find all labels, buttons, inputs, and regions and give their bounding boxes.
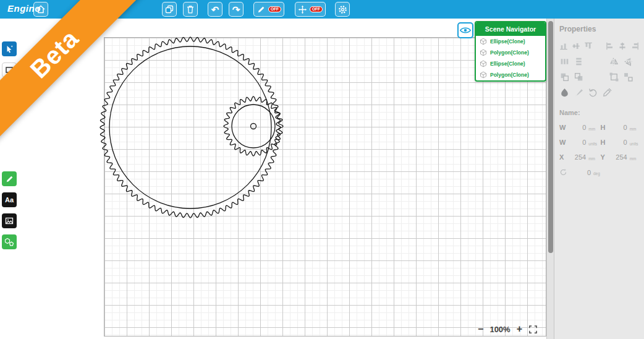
height-units-unit: units	[630, 139, 639, 146]
align-left-icon[interactable]	[606, 41, 614, 51]
cube-icon	[480, 71, 487, 79]
scrollbar-thumb[interactable]	[548, 21, 553, 253]
vertical-scrollbar[interactable]	[546, 19, 554, 339]
pencil-icon	[256, 5, 266, 14]
engino-app-window: { "app": { "logo_text": "Engino", "beta_…	[0, 0, 644, 339]
zoom-out-button[interactable]: −	[478, 324, 483, 334]
align-bottom-icon[interactable]	[559, 41, 568, 51]
gear-teeth-outline[interactable]	[100, 37, 281, 218]
width-label: W	[559, 139, 566, 146]
fill-color-icon[interactable]	[559, 87, 570, 98]
undo-button[interactable]: ↶	[208, 2, 222, 17]
pencil-tool-button[interactable]	[2, 171, 17, 186]
order-group-icon-row	[554, 69, 644, 85]
eyedropper-icon[interactable]	[602, 87, 612, 98]
group-icon[interactable]	[609, 72, 619, 82]
text-tool-button[interactable]: Aa	[2, 192, 17, 207]
position-row: X 254 mm Y 254 mm	[554, 150, 644, 165]
undo-icon: ↶	[211, 5, 219, 14]
align-center-icon[interactable]	[618, 41, 627, 51]
rotation-icon	[559, 168, 567, 176]
gear-inner-circle[interactable]	[109, 46, 271, 208]
height-label: H	[601, 139, 607, 146]
bring-forward-icon[interactable]	[559, 72, 570, 82]
align-right-icon[interactable]	[630, 41, 639, 51]
y-value[interactable]: 254	[609, 153, 627, 161]
draw-mode-toggle[interactable]: OFF	[253, 2, 284, 17]
duplicate-button[interactable]	[162, 2, 177, 17]
image-icon	[4, 216, 14, 226]
height-mm-unit: mm	[630, 124, 639, 131]
flip-horizontal-icon[interactable]	[609, 56, 619, 67]
scene-item-label: Polygon(Clone)	[490, 72, 529, 78]
brush-icon[interactable]	[574, 87, 584, 98]
style-tools-icon-row	[554, 85, 644, 100]
draw-mode-state-badge: OFF	[268, 6, 281, 13]
align-middle-icon[interactable]	[572, 41, 580, 51]
distribute-horizontal-icon[interactable]	[559, 56, 570, 67]
scene-item-polygon-1[interactable]: Polygon(Clone)	[476, 47, 545, 58]
width-mm-unit: mm	[588, 124, 598, 131]
move-icon	[298, 5, 307, 14]
align-top-icon[interactable]	[584, 41, 593, 51]
scene-item-polygon-2[interactable]: Polygon(Clone)	[476, 69, 545, 80]
x-unit: mm	[588, 154, 598, 161]
height-units-value[interactable]: 0	[609, 139, 627, 146]
zoom-in-button[interactable]: +	[517, 324, 522, 334]
width-units-value[interactable]: 0	[568, 139, 586, 146]
redo-button[interactable]: ↷	[229, 2, 244, 17]
width-units-unit: units	[588, 139, 598, 146]
redo-icon: ↷	[232, 5, 240, 14]
settings-button[interactable]	[335, 2, 350, 17]
history-icon[interactable]	[588, 87, 598, 98]
select-cursor-icon	[4, 44, 14, 54]
send-backward-icon[interactable]	[574, 72, 584, 82]
rotation-row: 0 deg	[554, 165, 644, 180]
scene-navigator-title: Scene Navigator	[476, 22, 545, 36]
name-field-label: Name:	[554, 100, 644, 120]
rotation-value[interactable]: 0	[570, 169, 591, 176]
cube-icon	[480, 49, 487, 56]
eye-icon	[460, 26, 471, 35]
size-units-row: W 0 units H 0 units	[554, 135, 644, 150]
gear-center-hole[interactable]	[251, 124, 256, 129]
gear-shapes-layer[interactable]	[19, 19, 546, 339]
home-button[interactable]	[33, 2, 48, 17]
distribute-flip-icon-row	[554, 54, 644, 69]
y-label: Y	[601, 153, 607, 161]
width-label: W	[559, 124, 566, 131]
move-mode-state-badge: OFF	[310, 6, 323, 13]
move-mode-toggle[interactable]: OFF	[295, 2, 326, 17]
scene-item-label: Ellipse(Clone)	[490, 61, 525, 67]
select-tool-button[interactable]	[2, 41, 17, 56]
ungroup-icon[interactable]	[623, 72, 633, 82]
trash-icon	[185, 4, 195, 14]
image-tool-button[interactable]	[2, 213, 17, 228]
gear-icon	[337, 4, 348, 15]
cube-icon	[480, 38, 487, 45]
duplicate-icon	[164, 4, 174, 14]
visibility-button[interactable]	[457, 22, 473, 38]
y-unit: mm	[630, 154, 639, 161]
height-mm-value[interactable]: 0	[609, 124, 627, 131]
gear-teeth-outline[interactable]	[224, 97, 283, 156]
width-mm-value[interactable]: 0	[568, 124, 586, 131]
flip-vertical-icon[interactable]	[623, 56, 633, 67]
distribute-vertical-icon[interactable]	[574, 56, 584, 67]
drawing-canvas[interactable]: − 100% +	[19, 19, 546, 339]
size-mm-row: W 0 mm H 0 mm	[554, 120, 644, 135]
delete-button[interactable]	[183, 2, 198, 17]
text-tool-label: Aa	[5, 196, 14, 204]
scene-navigator-panel: Scene Navigator Ellipse(Clone) Polygon(C…	[475, 21, 546, 82]
pencil-icon	[5, 174, 14, 184]
x-label: X	[559, 153, 566, 161]
fullscreen-icon[interactable]	[528, 325, 538, 334]
shapes-tool-button[interactable]	[2, 234, 17, 249]
gear-inner-circle[interactable]	[232, 105, 275, 148]
properties-title: Properties	[554, 19, 644, 38]
zoom-level: 100%	[489, 325, 510, 334]
scene-item-ellipse-2[interactable]: Ellipse(Clone)	[476, 58, 545, 69]
shapes-icon	[4, 237, 14, 247]
x-value[interactable]: 254	[568, 153, 586, 161]
scene-item-ellipse-1[interactable]: Ellipse(Clone)	[476, 36, 545, 47]
